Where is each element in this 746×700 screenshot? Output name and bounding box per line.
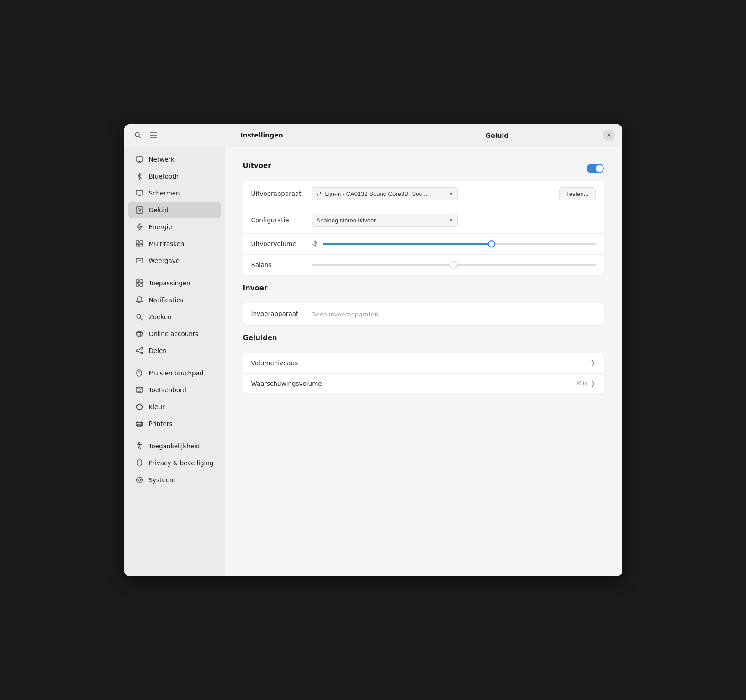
invoer-header: Invoer	[243, 284, 604, 298]
sidebar-label-zoeken: Zoeken	[149, 313, 172, 321]
balans-slider[interactable]	[312, 264, 596, 266]
svg-line-1	[139, 136, 141, 138]
svg-point-54	[138, 479, 140, 481]
sidebar-label-notificaties: Notificaties	[149, 296, 184, 304]
sidebar-item-bluetooth[interactable]: Bluetooth	[128, 168, 221, 184]
privacy-icon	[135, 459, 143, 467]
sidebar-label-delen: Delen	[149, 347, 167, 354]
sidebar-item-weergave[interactable]: Weergave	[128, 253, 221, 269]
svg-point-27	[138, 331, 141, 337]
svg-point-30	[141, 347, 143, 349]
search-icon[interactable]	[132, 129, 144, 142]
svg-line-25	[140, 318, 143, 320]
sidebar-label-printers: Printers	[149, 420, 173, 427]
close-button[interactable]: ✕	[603, 129, 615, 141]
sidebar-item-online-accounts[interactable]: Online accounts	[128, 326, 221, 342]
uitvoerapparaat-value: ⇄ Lijn-in - CA0132 Sound Core3D [Sou... …	[312, 187, 554, 200]
geluiden-title: Geluiden	[243, 334, 277, 342]
svg-rect-20	[136, 280, 139, 283]
volume-low-icon	[312, 240, 318, 248]
svg-marker-59	[312, 241, 316, 246]
close-icon: ✕	[607, 132, 611, 138]
waarschuwingsvolume-item[interactable]: Waarschuwingsvolume Klik ❯	[243, 374, 604, 394]
sidebar-item-notificaties[interactable]: Notificaties	[128, 292, 221, 308]
svg-point-26	[136, 331, 142, 337]
svg-rect-49	[137, 421, 142, 423]
sidebar-label-kleur: Kleur	[149, 403, 165, 411]
svg-point-32	[141, 352, 143, 354]
divider-3	[132, 435, 217, 435]
sidebar-label-online-accounts: Online accounts	[149, 330, 199, 337]
sidebar-item-multitasken[interactable]: Multitasken	[128, 236, 221, 252]
sidebar-item-muis[interactable]: Muis en touchpad	[128, 365, 221, 381]
sidebar-item-delen[interactable]: Delen	[128, 342, 221, 359]
sidebar-item-netwerk[interactable]: Netwerk	[128, 151, 221, 168]
sidebar-item-toegankelijkheid[interactable]: Toegankelijkheid	[128, 438, 221, 454]
sidebar-item-toetsenbord[interactable]: Toetsenbord	[128, 382, 221, 398]
svg-rect-22	[136, 284, 139, 286]
sidebar-item-geluid[interactable]: Geluid	[128, 202, 221, 218]
uitvoerapparaat-label: Uitvoerapparaat	[251, 190, 306, 197]
systeem-icon	[135, 476, 143, 484]
svg-rect-16	[136, 244, 139, 247]
sidebar-item-schermen[interactable]: Schermen	[128, 185, 221, 201]
uitvoer-toggle-track[interactable]	[587, 164, 604, 173]
svg-point-52	[138, 442, 140, 444]
weergave-icon	[135, 257, 143, 265]
uitvoerapparaat-row: Uitvoerapparaat ⇄ Lijn-in - CA0132 Sound…	[243, 181, 604, 207]
invoer-title: Invoer	[243, 284, 268, 292]
svg-rect-15	[140, 241, 143, 243]
geluid-icon	[135, 206, 143, 214]
no-input-device: Geen invoerapparaten	[312, 311, 378, 318]
divider-1	[132, 272, 217, 272]
content-area: Netwerk Bluetooth	[124, 147, 622, 576]
uitvoervolume-thumb	[488, 240, 495, 247]
sidebar-item-privacy[interactable]: Privacy & beveiliging	[128, 455, 221, 471]
uitvoervolume-label: Uitvoervolume	[251, 240, 306, 247]
sidebar-label-schermen: Schermen	[149, 189, 180, 197]
sidebar-item-toepassingen[interactable]: Toepassingen	[128, 275, 221, 291]
schermen-icon	[135, 189, 143, 197]
configuratie-dropdown[interactable]: Analoog stereo uitvoer ▾	[312, 214, 458, 227]
testen-button[interactable]: Testen...	[559, 187, 595, 200]
sidebar-item-energie[interactable]: Energie	[128, 219, 221, 235]
svg-point-51	[141, 423, 142, 424]
uitvoer-header: Uitvoer	[243, 162, 604, 175]
menu-icon[interactable]	[147, 129, 160, 142]
uitvoer-toggle[interactable]	[587, 164, 604, 173]
svg-rect-21	[140, 280, 143, 283]
balans-thumb	[450, 261, 457, 268]
energie-icon	[135, 223, 143, 231]
geluiden-card: Volumeniveaus ❯ Waarschuwingsvolume Klik…	[243, 353, 604, 394]
page-title: Geluid	[486, 132, 509, 139]
waarschuwingsvolume-chevron: ❯	[591, 380, 596, 387]
sidebar-label-weergave: Weergave	[149, 257, 180, 264]
delen-icon	[135, 347, 143, 355]
uitvoer-title: Uitvoer	[243, 162, 271, 170]
printers-icon	[135, 420, 143, 428]
uitvoerapparaat-dropdown[interactable]: ⇄ Lijn-in - CA0132 Sound Core3D [Sou... …	[312, 187, 458, 200]
invoerapparaat-label: Invoerapparaat	[251, 310, 306, 317]
sidebar-label-systeem: Systeem	[149, 476, 176, 484]
sidebar-item-systeem[interactable]: Systeem	[128, 472, 221, 488]
toepassingen-icon	[135, 279, 143, 287]
volumeniveaus-chevron: ❯	[591, 359, 596, 366]
uitvoervolume-slider[interactable]	[323, 243, 596, 245]
waarschuwingsvolume-value: Klik	[577, 380, 587, 387]
geluiden-header: Geluiden	[243, 334, 604, 347]
sidebar-item-kleur[interactable]: Kleur	[128, 399, 221, 415]
svg-point-37	[138, 371, 139, 372]
sidebar-item-zoeken[interactable]: Zoeken	[128, 309, 221, 325]
balans-slider-container	[312, 264, 596, 266]
configuratie-label: Configuratie	[251, 216, 306, 224]
sidebar-label-toetsenbord: Toetsenbord	[149, 386, 186, 394]
sidebar-item-printers[interactable]: Printers	[128, 416, 221, 432]
config-name: Analoog stereo uitvoer	[317, 217, 376, 224]
divider-2	[132, 362, 217, 362]
svg-point-13	[139, 210, 140, 211]
volumeniveaus-item[interactable]: Volumeniveaus ❯	[243, 353, 604, 374]
waarschuwingsvolume-label: Waarschuwingsvolume	[251, 380, 577, 387]
svg-rect-5	[136, 157, 143, 161]
kleur-icon	[135, 403, 143, 411]
device-icon: ⇄	[317, 190, 322, 197]
